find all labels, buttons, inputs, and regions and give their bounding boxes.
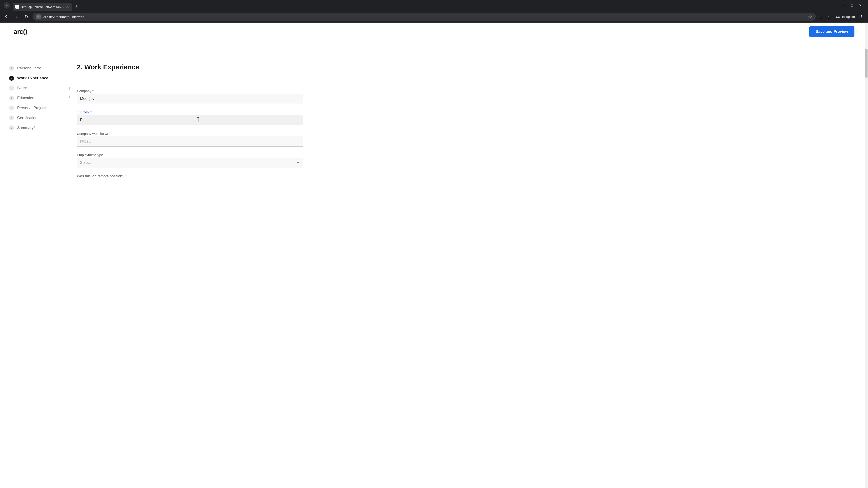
sidebar-nav: 1 Personal Info* 2 Work Experience 3 Ski…	[9, 63, 63, 183]
url-field[interactable]: arc.dev/resume/builder/edit	[33, 13, 816, 21]
reorder-controls	[68, 87, 71, 98]
browser-chrome: ▸ Hire Top Remote Software Dev… ✕ + — ❐ …	[0, 0, 868, 23]
company-input[interactable]	[77, 94, 303, 104]
menu-icon[interactable]	[860, 15, 864, 19]
maximize-icon[interactable]: ❐	[850, 4, 854, 7]
forward-button[interactable]	[13, 13, 20, 20]
website-input[interactable]	[77, 136, 303, 147]
section-title: 2. Work Experience	[77, 63, 303, 71]
sidebar-item-certifications[interactable]: 6 Certifications	[9, 113, 63, 123]
url-bar: arc.dev/resume/builder/edit Incognito	[0, 11, 868, 23]
svg-point-8	[861, 18, 862, 18]
job-title-input[interactable]	[77, 115, 303, 125]
sidebar-item-personal-info[interactable]: 1 Personal Info*	[9, 63, 63, 73]
sidebar-item-label: Education	[17, 96, 34, 100]
arc-logo[interactable]: arc()	[13, 28, 27, 35]
sidebar-item-work-experience[interactable]: 2 Work Experience	[9, 73, 63, 83]
sidebar-item-summary[interactable]: 7 Summary*	[9, 123, 63, 133]
page-content: arc() Save and Preview 1 Personal Info* …	[0, 23, 868, 488]
url-text: arc.dev/resume/builder/edit	[43, 15, 84, 19]
step-number: 1	[9, 66, 14, 71]
window-controls: — ❐ ✕	[842, 4, 866, 7]
sidebar-item-label: Summary*	[17, 126, 35, 130]
sidebar-item-label: Certifications	[17, 116, 39, 120]
website-label: Company website URL	[77, 132, 303, 135]
sidebar-item-label: Work Experience	[17, 76, 49, 80]
employment-type-label: Employment type	[77, 153, 303, 157]
svg-point-4	[837, 17, 838, 18]
step-number: 2	[9, 76, 14, 80]
incognito-badge: Incognito	[836, 14, 855, 19]
site-info-icon[interactable]	[36, 14, 41, 19]
work-experience-form: 2. Work Experience Company *	[77, 63, 303, 183]
tab-favicon: ▸	[16, 5, 19, 8]
company-label: Company *	[77, 89, 303, 93]
step-number: 4	[9, 96, 14, 101]
bookmark-icon[interactable]	[808, 15, 812, 19]
svg-point-7	[861, 17, 862, 17]
step-number: 3	[9, 86, 14, 91]
reload-button[interactable]	[23, 13, 30, 20]
move-down-icon[interactable]	[68, 95, 71, 98]
experience-entry: Company * Job Title * Company website UR…	[77, 85, 303, 183]
step-number: 7	[9, 125, 14, 130]
sidebar-item-skills[interactable]: 3 Skills*	[9, 83, 63, 93]
tab-search-button[interactable]	[4, 2, 10, 8]
sidebar-item-label: Personal Info*	[17, 66, 41, 70]
close-icon[interactable]: ✕	[859, 4, 862, 7]
downloads-icon[interactable]	[827, 15, 831, 19]
svg-point-6	[861, 15, 862, 16]
sidebar-item-education[interactable]: 4 Education	[9, 93, 63, 103]
move-up-icon[interactable]	[68, 87, 71, 90]
step-number: 5	[9, 105, 14, 110]
svg-rect-3	[820, 15, 821, 16]
employment-type-select[interactable]	[77, 158, 303, 168]
back-button[interactable]	[3, 13, 10, 20]
tab-close-icon[interactable]: ✕	[66, 5, 69, 9]
job-title-label: Job Title *	[77, 110, 303, 114]
svg-rect-2	[819, 16, 822, 18]
step-number: 6	[9, 116, 14, 121]
browser-tab[interactable]: ▸ Hire Top Remote Software Dev… ✕	[13, 3, 72, 11]
scrollbar-thumb[interactable]	[865, 48, 868, 78]
page-header: arc() Save and Preview	[0, 23, 868, 41]
tab-title: Hire Top Remote Software Dev…	[21, 5, 64, 8]
remote-question-label: Was this job remote position? *	[77, 174, 303, 178]
sidebar-item-label: Skills*	[17, 86, 28, 90]
minimize-icon[interactable]: —	[842, 4, 845, 7]
sidebar-item-label: Personal Projects	[17, 106, 47, 110]
sidebar-item-personal-projects[interactable]: 5 Personal Projects	[9, 103, 63, 113]
tab-bar: ▸ Hire Top Remote Software Dev… ✕ + — ❐ …	[0, 0, 868, 11]
extensions-icon[interactable]	[818, 15, 823, 19]
new-tab-button[interactable]: +	[75, 4, 78, 9]
save-and-preview-button[interactable]: Save and Preview	[809, 26, 855, 37]
scrollbar-track[interactable]	[865, 23, 868, 488]
